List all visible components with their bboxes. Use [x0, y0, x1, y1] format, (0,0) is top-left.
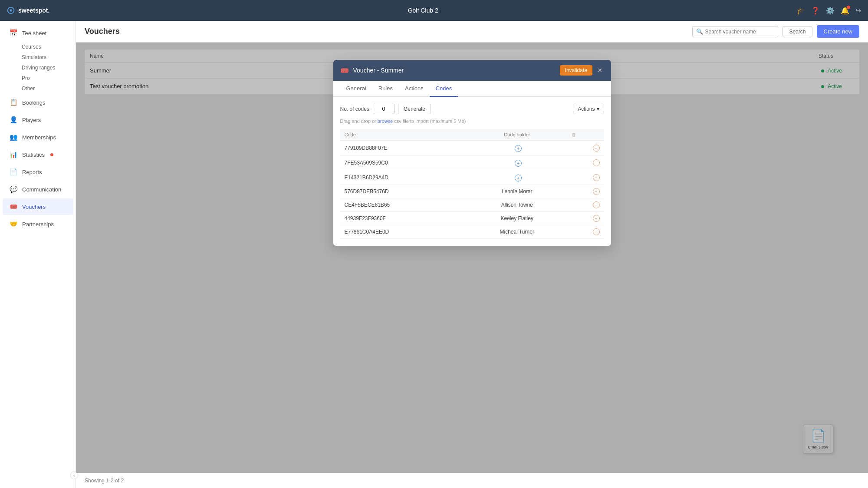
code-action-cell: −: [567, 170, 604, 185]
sidebar-item-vouchers[interactable]: 🎟️ Vouchers: [3, 198, 73, 215]
memberships-icon: 👥: [10, 133, 18, 141]
browse-link[interactable]: browse: [378, 119, 393, 124]
code-holder-cell: +: [467, 170, 567, 185]
sidebar-item-reports[interactable]: 📄 Reports: [3, 164, 73, 180]
vouchers-icon: 🎟️: [10, 203, 18, 211]
search-input[interactable]: [705, 26, 774, 37]
invalidate-button[interactable]: Invalidate: [560, 65, 592, 76]
sidebar-item-statistics[interactable]: 📊 Statistics: [3, 146, 73, 163]
code-table-row: 7FE53A509S59C0 + −: [340, 155, 604, 170]
settings-icon[interactable]: ⚙️: [826, 7, 835, 15]
showing-label: Showing 1-2 of 2: [85, 478, 124, 484]
add-holder-icon[interactable]: +: [515, 145, 522, 152]
sidebar-item-memberships[interactable]: 👥 Memberships: [3, 129, 73, 145]
sidebar-item-partnerships[interactable]: 🤝 Partnerships: [3, 216, 73, 232]
close-modal-button[interactable]: ×: [596, 66, 604, 75]
sidebar-sub-driving-ranges[interactable]: Driving ranges: [18, 63, 76, 73]
reports-icon: 📄: [10, 168, 18, 176]
tee-sheet-icon: 📅: [10, 29, 18, 37]
bookings-icon: 📋: [10, 99, 18, 106]
search-wrapper: 🔍: [692, 26, 778, 37]
graduation-icon[interactable]: 🎓: [796, 7, 805, 15]
tab-codes[interactable]: Codes: [430, 81, 458, 97]
code-action-cell: −: [567, 212, 604, 225]
sidebar: 📅 Tee sheet Courses Simulators Driving r…: [0, 21, 76, 488]
code-value: 576D87DEB5476D: [340, 185, 467, 198]
modal-title: Voucher - Summer: [353, 67, 404, 74]
code-holder-cell: Micheal Turner: [467, 225, 567, 239]
code-action-cell: −: [567, 141, 604, 155]
holder-col-header: Code holder: [467, 129, 567, 141]
code-count-input[interactable]: [373, 104, 395, 114]
sidebar-item-tee-sheet[interactable]: 📅 Tee sheet: [3, 25, 73, 41]
code-holder-cell: Allison Towne: [467, 198, 567, 212]
remove-code-icon[interactable]: −: [593, 201, 600, 208]
search-button[interactable]: Search: [783, 26, 812, 37]
sidebar-sub-pro[interactable]: Pro: [18, 73, 76, 83]
sidebar-item-label: Bookings: [22, 99, 45, 106]
statistics-icon: 📊: [10, 151, 18, 158]
sidebar-item-label: Vouchers: [22, 204, 46, 210]
generate-button[interactable]: Generate: [398, 104, 431, 114]
svg-point-1: [10, 9, 12, 11]
sidebar-item-players[interactable]: 👤 Players: [3, 112, 73, 128]
remove-code-icon[interactable]: −: [593, 145, 600, 152]
sidebar-item-label: Memberships: [22, 134, 56, 141]
help-icon[interactable]: ❓: [811, 7, 820, 15]
code-action-cell: −: [567, 185, 604, 198]
club-name: Golf Club 2: [408, 7, 438, 14]
add-holder-icon[interactable]: +: [515, 175, 522, 181]
trash-icon[interactable]: 🗑: [572, 132, 576, 137]
vouchers-table-area: Name Status Summer Active Test voucher p…: [76, 43, 868, 473]
partnerships-icon: 🤝: [10, 220, 18, 228]
modal-header-left: 🎟️ Voucher - Summer: [340, 66, 404, 75]
code-value: CE4F5BECE81B65: [340, 198, 467, 212]
code-table-row: E77861C0A4EE0D Micheal Turner −: [340, 225, 604, 239]
add-holder-icon[interactable]: +: [515, 160, 522, 167]
code-table-row: E14321B6D29A4D + −: [340, 170, 604, 185]
create-new-button[interactable]: Create new: [817, 25, 859, 38]
sidebar-item-label: Communication: [22, 186, 61, 193]
sidebar-sub-other[interactable]: Other: [18, 83, 76, 94]
codes-toolbar: No. of codes Generate Actions ▾: [340, 104, 604, 114]
modal-tabs: General Rules Actions Codes: [333, 81, 611, 97]
remove-code-icon[interactable]: −: [593, 188, 600, 195]
sidebar-item-communication[interactable]: 💬 Communication: [3, 181, 73, 198]
tab-general[interactable]: General: [340, 81, 372, 97]
page-title: Vouchers: [85, 27, 120, 36]
modal-header: 🎟️ Voucher - Summer Invalidate ×: [333, 60, 611, 81]
remove-code-icon[interactable]: −: [593, 215, 600, 222]
actions-dropdown-button[interactable]: Actions ▾: [573, 104, 604, 114]
communication-icon: 💬: [10, 185, 18, 193]
main-layout: 📅 Tee sheet Courses Simulators Driving r…: [0, 21, 868, 488]
sidebar-item-label: Statistics: [22, 152, 45, 158]
sidebar-sub-simulators[interactable]: Simulators: [18, 52, 76, 63]
app-logo: sweetspot.: [7, 7, 49, 14]
bell-icon[interactable]: 🔔: [841, 7, 849, 15]
code-value: E77861C0A4EE0D: [340, 225, 467, 239]
code-value: 7FE53A509S59C0: [340, 155, 467, 170]
holder-name: Keeley Flatley: [501, 215, 533, 221]
page-header-actions: 🔍 Search Create new: [692, 25, 859, 38]
remove-code-icon[interactable]: −: [593, 228, 600, 235]
notification-dot: [847, 6, 850, 9]
main-content: Vouchers 🔍 Search Create new Name Status: [76, 21, 868, 488]
code-action-cell: −: [567, 198, 604, 212]
sidebar-item-bookings[interactable]: 📋 Bookings: [3, 94, 73, 111]
sidebar-item-label: Partnerships: [22, 221, 54, 228]
remove-code-icon[interactable]: −: [593, 159, 600, 166]
sidebar-sub-tee-sheet: Courses Simulators Driving ranges Pro Ot…: [0, 42, 76, 94]
code-holder-cell: Keeley Flatley: [467, 212, 567, 225]
sidebar-sub-courses[interactable]: Courses: [18, 42, 76, 52]
code-action-cell: −: [567, 155, 604, 170]
players-icon: 👤: [10, 116, 18, 124]
search-icon: 🔍: [696, 28, 703, 35]
remove-code-icon[interactable]: −: [593, 174, 600, 181]
sidebar-item-label: Players: [22, 117, 41, 123]
modal-overlay: 🎟️ Voucher - Summer Invalidate × General…: [76, 43, 868, 473]
tab-rules[interactable]: Rules: [372, 81, 399, 97]
logout-icon[interactable]: ↪: [855, 7, 861, 15]
codes-table: Code Code holder 🗑 779109DB88F07E: [340, 129, 604, 239]
code-holder-cell: +: [467, 155, 567, 170]
tab-actions[interactable]: Actions: [399, 81, 430, 97]
